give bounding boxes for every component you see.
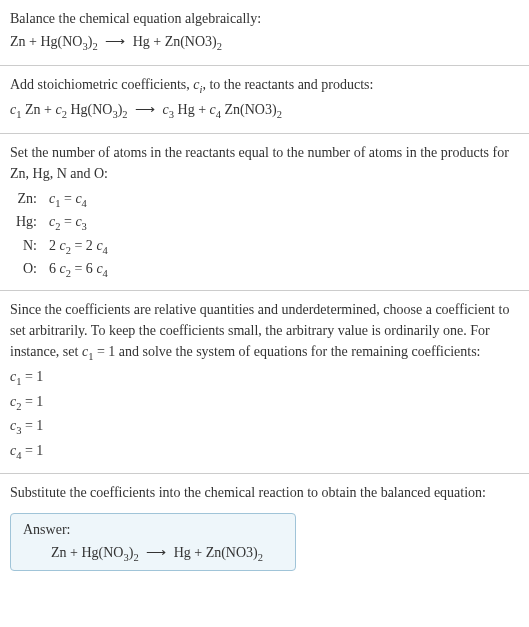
- list-item: c1 = 1: [10, 366, 519, 390]
- table-row: N: 2 c2 = 2 c4: [10, 235, 114, 259]
- atom-balance-instruction: Set the number of atoms in the reactants…: [10, 142, 519, 184]
- list-item: c3 = 1: [10, 415, 519, 439]
- section-balance-heading: Balance the chemical equation algebraica…: [0, 0, 529, 66]
- reaction-arrow: ⟶: [146, 544, 166, 561]
- table-row: Hg: c2 = c3: [10, 211, 114, 235]
- substitute-instruction: Substitute the coefficients into the che…: [10, 482, 519, 503]
- balanced-equation: Zn + Hg(NO3)2 ⟶ Hg + Zn(NO3)2: [23, 544, 283, 563]
- coeff-equation: c1 Zn + c2 Hg(NO3)2 ⟶ c3 Hg + c4 Zn(NO3)…: [10, 99, 519, 123]
- answer-label: Answer:: [23, 522, 283, 538]
- section-substitute: Substitute the coefficients into the che…: [0, 474, 529, 503]
- solve-instruction: Since the coefficients are relative quan…: [10, 299, 519, 365]
- answer-box: Answer: Zn + Hg(NO3)2 ⟶ Hg + Zn(NO3)2: [10, 513, 296, 572]
- table-row: O: 6 c2 = 6 c4: [10, 258, 114, 282]
- reaction-arrow: ⟶: [135, 99, 155, 120]
- table-row: Zn: c1 = c4: [10, 188, 114, 212]
- section-stoichiometric: Add stoichiometric coefficients, ci, to …: [0, 66, 529, 134]
- reaction-arrow: ⟶: [105, 31, 125, 52]
- stoich-instruction: Add stoichiometric coefficients, ci, to …: [10, 74, 519, 98]
- section-atom-balance: Set the number of atoms in the reactants…: [0, 134, 529, 291]
- balance-instruction: Balance the chemical equation algebraica…: [10, 8, 519, 29]
- list-item: c4 = 1: [10, 440, 519, 464]
- atom-balance-table: Zn: c1 = c4 Hg: c2 = c3 N: 2 c2 = 2 c4 O…: [10, 188, 114, 282]
- unbalanced-equation: Zn + Hg(NO3)2 ⟶ Hg + Zn(NO3)2: [10, 31, 519, 55]
- list-item: c2 = 1: [10, 391, 519, 415]
- section-solve: Since the coefficients are relative quan…: [0, 291, 529, 474]
- coefficient-values: c1 = 1 c2 = 1 c3 = 1 c4 = 1: [10, 366, 519, 463]
